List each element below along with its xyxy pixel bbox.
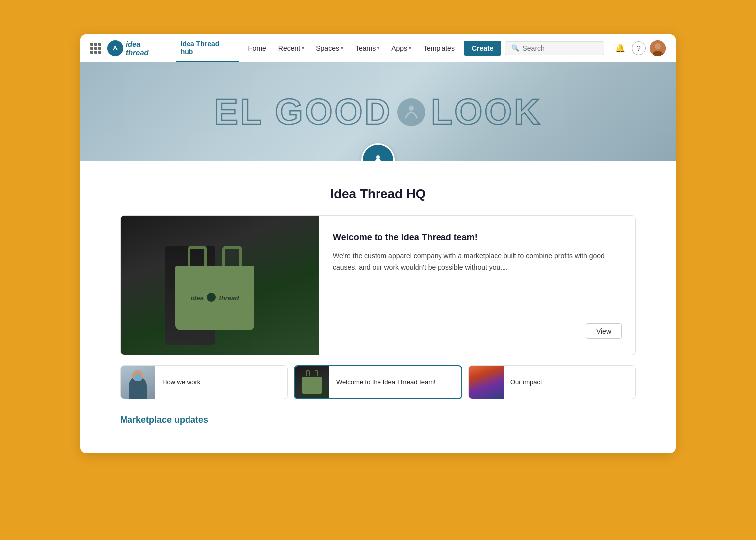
feature-text-panel: Welcome to the Idea Thread team! We're t… — [319, 216, 635, 355]
thumb-image-bag — [295, 365, 329, 399]
hero-text: EL GOOD — [214, 91, 392, 132]
logo-text: idea thread — [126, 40, 166, 57]
nav-item-home[interactable]: Home — [243, 34, 271, 62]
thumb-label-1: Welcome to the Idea Thread team! — [329, 378, 442, 387]
main-card: idea thread Idea Thread hub Home Recent … — [80, 34, 676, 453]
notification-icon[interactable]: 🔔 — [612, 40, 628, 56]
nav-item-recent[interactable]: Recent ▾ — [273, 34, 309, 62]
thumbnail-row: How we work Welcome to the Idea Thread t… — [120, 365, 636, 399]
mini-handle-r — [315, 370, 318, 376]
feature-description: We're the custom apparel company with a … — [333, 250, 622, 315]
search-icon: 🔍 — [511, 44, 519, 52]
nav-item-apps[interactable]: Apps ▾ — [386, 34, 416, 62]
nav-item-teams[interactable]: Teams ▾ — [350, 34, 384, 62]
orange-decoration-bottom — [110, 496, 646, 521]
mini-handle-l — [306, 370, 310, 376]
tote-logo-text: idea thread — [191, 293, 239, 303]
thumb-image-sky — [469, 365, 504, 399]
tote-handle-left — [188, 246, 207, 268]
search-input[interactable] — [522, 44, 592, 52]
person-silhouette — [126, 370, 150, 399]
create-button[interactable]: Create — [464, 41, 502, 56]
logo[interactable]: idea thread — [107, 40, 166, 57]
svg-point-6 — [409, 106, 414, 111]
svg-point-8 — [376, 155, 380, 159]
thumb-card-2[interactable]: Our impact — [468, 365, 636, 399]
chevron-down-icon: ▾ — [377, 45, 379, 51]
page-title: Idea Thread HQ — [120, 186, 636, 202]
thumb-card-0[interactable]: How we work — [120, 365, 288, 399]
hero-text-2 — [396, 96, 426, 128]
feature-card: idea thread Welcome to the Idea Thread t… — [120, 215, 636, 355]
view-button[interactable]: View — [586, 323, 622, 339]
body — [129, 377, 147, 399]
nav-item-hub[interactable]: Idea Thread hub — [176, 34, 239, 62]
grid-menu-icon[interactable] — [90, 43, 101, 54]
tote-body: idea thread — [175, 266, 254, 330]
tote-bag: idea thread — [175, 246, 254, 330]
chevron-down-icon: ▾ — [302, 45, 304, 51]
help-icon[interactable]: ? — [632, 41, 646, 55]
svg-point-3 — [655, 43, 661, 49]
tote-bag-illustration: idea thread — [165, 226, 274, 345]
chevron-down-icon: ▾ — [409, 45, 411, 51]
nav-item-spaces[interactable]: Spaces ▾ — [311, 34, 348, 62]
thumb-image-person — [121, 365, 155, 399]
avatar[interactable] — [650, 40, 666, 56]
thumb-card-1[interactable]: Welcome to the Idea Thread team! — [294, 365, 462, 399]
mini-body — [302, 377, 322, 394]
nav-item-templates[interactable]: Templates — [418, 34, 460, 62]
navbar: idea thread Idea Thread hub Home Recent … — [80, 34, 676, 62]
content-area: Idea Thread HQ idea — [80, 161, 676, 453]
chevron-down-icon: ▾ — [341, 45, 343, 51]
search-bar[interactable]: 🔍 — [505, 41, 604, 55]
svg-point-1 — [114, 46, 116, 48]
mini-tote — [302, 370, 322, 394]
hero-banner: EL GOOD LOOK — [80, 62, 676, 161]
nav-icons: 🔔 ? — [612, 40, 666, 56]
hero-text-3: LOOK — [431, 91, 542, 132]
section-title-marketplace: Marketplace updates — [120, 415, 636, 425]
thumb-label-0: How we work — [155, 378, 207, 387]
tote-handle-right — [222, 246, 242, 268]
feature-title: Welcome to the Idea Thread team! — [333, 232, 622, 243]
hat — [134, 374, 141, 381]
outer-wrapper: idea thread Idea Thread hub Home Recent … — [80, 34, 676, 506]
thumb-label-2: Our impact — [504, 378, 549, 387]
logo-icon — [107, 40, 123, 56]
feature-image: idea thread — [121, 216, 319, 355]
